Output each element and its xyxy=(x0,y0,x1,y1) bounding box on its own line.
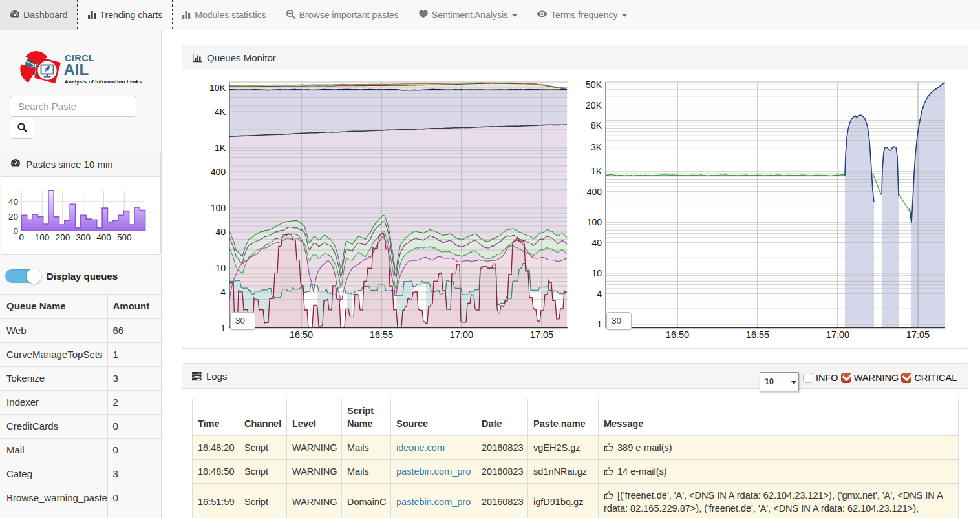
svg-text:4: 4 xyxy=(220,287,226,297)
svg-text:AIL: AIL xyxy=(64,61,89,78)
svg-text:16:50: 16:50 xyxy=(666,329,689,340)
svg-text:17:00: 17:00 xyxy=(450,329,473,340)
svg-text:8K: 8K xyxy=(591,120,602,130)
svg-text:17:00: 17:00 xyxy=(826,329,849,340)
svg-text:10: 10 xyxy=(591,268,602,278)
svg-text:4: 4 xyxy=(597,289,602,299)
svg-text:20: 20 xyxy=(8,212,18,222)
svg-text:400: 400 xyxy=(211,167,226,177)
svg-text:3K: 3K xyxy=(591,142,602,152)
svg-text:16:55: 16:55 xyxy=(370,329,393,340)
svg-text:1K: 1K xyxy=(215,143,226,153)
svg-text:400: 400 xyxy=(587,187,602,197)
svg-text:200: 200 xyxy=(56,233,70,242)
svg-text:40: 40 xyxy=(591,238,602,248)
svg-text:20K: 20K xyxy=(586,100,602,110)
svg-text:300: 300 xyxy=(76,233,91,242)
svg-text:4K: 4K xyxy=(215,107,226,117)
svg-text:0: 0 xyxy=(19,233,25,242)
svg-text:17:05: 17:05 xyxy=(530,329,553,340)
svg-text:16:55: 16:55 xyxy=(746,329,769,340)
svg-text:40: 40 xyxy=(215,227,226,237)
svg-text:500: 500 xyxy=(117,233,132,242)
svg-text:10: 10 xyxy=(215,263,226,273)
svg-text:17:05: 17:05 xyxy=(906,329,930,340)
svg-text:40: 40 xyxy=(8,197,18,207)
svg-text:100: 100 xyxy=(35,233,50,242)
svg-text:50K: 50K xyxy=(586,79,602,90)
svg-text:10K: 10K xyxy=(209,83,226,93)
svg-text:Analysis of Information Leaks: Analysis of Information Leaks xyxy=(65,79,142,85)
svg-text:16:50: 16:50 xyxy=(290,329,313,340)
svg-text:100: 100 xyxy=(587,217,602,227)
svg-text:100: 100 xyxy=(211,203,226,213)
svg-text:0: 0 xyxy=(13,226,18,236)
svg-text:1: 1 xyxy=(220,323,226,333)
svg-text:400: 400 xyxy=(96,233,111,242)
svg-text:1: 1 xyxy=(597,319,602,329)
svg-text:1K: 1K xyxy=(591,166,602,176)
